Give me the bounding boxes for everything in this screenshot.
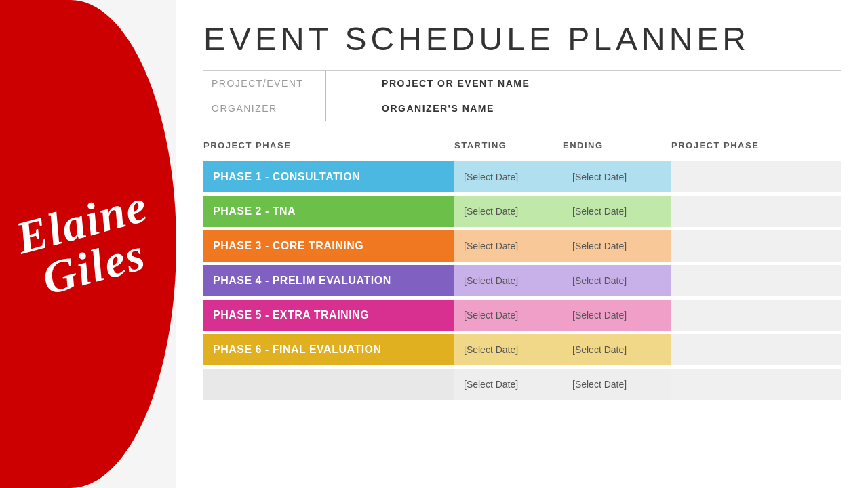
- phase-starting-date[interactable]: [Select Date]: [454, 196, 563, 227]
- table-row: PHASE 1 - CONSULTATION [Select Date] [Se…: [203, 161, 841, 192]
- phase-label: PHASE 2 - TNA: [203, 196, 454, 227]
- phase-ending-date[interactable]: [Select Date]: [563, 196, 671, 227]
- phase-extra-col: [671, 300, 841, 331]
- phase-extra-col: [671, 230, 841, 262]
- phase-ending-date[interactable]: [Select Date]: [563, 230, 671, 262]
- organizer-value[interactable]: ORGANIZER'S NAME: [374, 96, 841, 121]
- phase-starting-date[interactable]: [Select Date]: [454, 230, 563, 262]
- col-header-ending: ENDING: [563, 140, 671, 150]
- brand-name: Elaine Giles: [12, 182, 165, 306]
- sidebar: Elaine Giles: [0, 0, 176, 488]
- phase-label: PHASE 5 - EXTRA TRAINING: [203, 300, 454, 331]
- table-row: [Select Date] [Select Date]: [203, 369, 841, 400]
- phase-ending-date[interactable]: [Select Date]: [563, 369, 671, 400]
- main-content: EVENT SCHEDULE PLANNER PROJECT/EVENT PRO…: [176, 0, 868, 488]
- phase-label: PHASE 3 - CORE TRAINING: [203, 230, 454, 262]
- phase-extra-col: [671, 161, 841, 192]
- info-table: PROJECT/EVENT PROJECT OR EVENT NAME ORGA…: [203, 71, 841, 121]
- organizer-label: ORGANIZER: [203, 96, 326, 121]
- phase-ending-date[interactable]: [Select Date]: [563, 265, 671, 296]
- phase-starting-date[interactable]: [Select Date]: [454, 334, 563, 365]
- info-row-organizer: ORGANIZER ORGANIZER'S NAME: [203, 96, 841, 121]
- col-header-phase: PROJECT PHASE: [203, 140, 454, 150]
- info-row-project: PROJECT/EVENT PROJECT OR EVENT NAME: [203, 71, 841, 96]
- table-row: PHASE 2 - TNA [Select Date] [Select Date…: [203, 196, 841, 227]
- phase-starting-date[interactable]: [Select Date]: [454, 300, 563, 331]
- phase-rows-container: PHASE 1 - CONSULTATION [Select Date] [Se…: [203, 161, 841, 400]
- table-row: PHASE 4 - PRELIM EVALUATION [Select Date…: [203, 265, 841, 296]
- table-row: PHASE 6 - FINAL EVALUATION [Select Date]…: [203, 334, 841, 365]
- project-value[interactable]: PROJECT OR EVENT NAME: [374, 71, 841, 96]
- phase-starting-date[interactable]: [Select Date]: [454, 161, 563, 192]
- table-row: PHASE 3 - CORE TRAINING [Select Date] [S…: [203, 230, 841, 262]
- phase-extra-col: [671, 265, 841, 296]
- phase-ending-date[interactable]: [Select Date]: [563, 334, 671, 365]
- col-header-extra: PROJECT PHASE: [671, 140, 841, 150]
- col-header-starting: STARTING: [454, 140, 563, 150]
- phase-label: [203, 369, 454, 400]
- phase-label: PHASE 1 - CONSULTATION: [203, 161, 454, 192]
- project-label: PROJECT/EVENT: [203, 71, 326, 96]
- phase-ending-date[interactable]: [Select Date]: [563, 300, 671, 331]
- phase-starting-date[interactable]: [Select Date]: [454, 265, 563, 296]
- schedule-section: PROJECT PHASE STARTING ENDING PROJECT PH…: [203, 135, 841, 400]
- phase-label: PHASE 4 - PRELIM EVALUATION: [203, 265, 454, 296]
- phase-label: PHASE 6 - FINAL EVALUATION: [203, 334, 454, 365]
- schedule-header: PROJECT PHASE STARTING ENDING PROJECT PH…: [203, 135, 841, 156]
- phase-starting-date[interactable]: [Select Date]: [454, 369, 563, 400]
- phase-extra-col: [671, 196, 841, 227]
- table-row: PHASE 5 - EXTRA TRAINING [Select Date] […: [203, 300, 841, 331]
- page-title: EVENT SCHEDULE PLANNER: [203, 20, 841, 58]
- phase-ending-date[interactable]: [Select Date]: [563, 161, 671, 192]
- phase-extra-col: [671, 334, 841, 365]
- phase-extra-col: [671, 369, 841, 400]
